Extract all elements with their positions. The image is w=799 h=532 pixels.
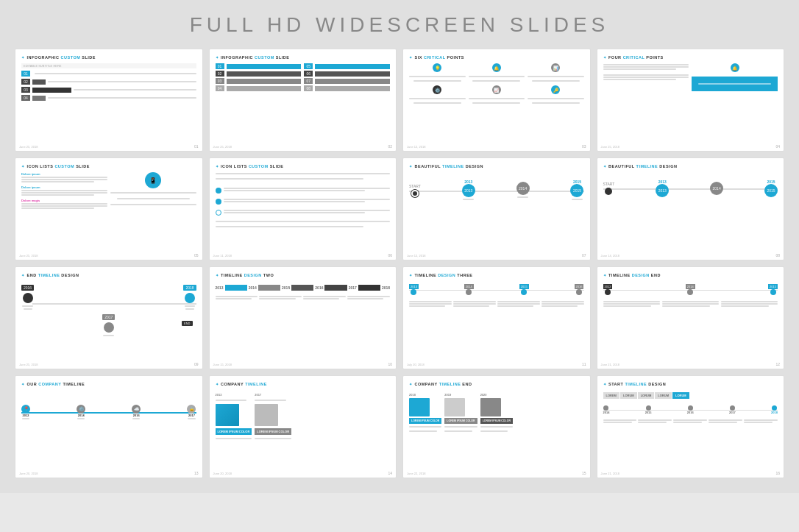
slide-card-2: INFOGRAPHIC CUSTOM SLIDE 01 02 03 — [209, 49, 397, 152]
slide-footer-7: June 12, 2018 — [407, 254, 425, 258]
slide-footer-5: June 25, 2018 — [19, 254, 38, 258]
slide-title-16: START TIMELINE DESIGN — [603, 382, 778, 386]
page-wrapper: FULL HD WIDESCREEN SLIDES INFOGRAPHIC CU… — [0, 0, 799, 493]
slide-title-9: END TIMELINE DESIGN — [21, 273, 196, 277]
slide-card-1: INFOGRAPHIC CUSTOM SLIDE EDITABLE SUBTIT… — [15, 49, 203, 152]
slide-title-8: BEAUTIFUL TIMELINE DESIGN — [603, 164, 778, 169]
slide-card-3: SIX CRITICAL POINTS 💡 🔔 📊 — [402, 49, 591, 152]
slide-title-3: SIX CRITICAL POINTS — [409, 55, 584, 60]
content-11: 2013 2014 2015 2016 — [409, 281, 584, 308]
slide-footer-11: July 20, 2018 — [407, 363, 425, 366]
slide-card-11: TIMELINE DESIGN THREE 2013 2014 — [402, 266, 591, 369]
slide-number-10: 10 — [388, 362, 392, 366]
content-16: LOREM LORUM LORUM LORUM LORUM 2014 — [603, 390, 778, 424]
slide-footer-15: June 22, 2018 — [407, 472, 425, 475]
slide-number-13: 13 — [194, 471, 199, 475]
slide-number-7: 07 — [582, 253, 586, 258]
slide-footer-9: June 25, 2018 — [19, 363, 38, 366]
slide-footer-4: June 25, 2018 — [601, 145, 619, 149]
slide-card-13: OUR COMPANY TIMELINE 📍 2012 ⚙️ 2014 — [15, 375, 203, 478]
slide-title-13: OUR COMPANY TIMELINE — [21, 382, 196, 386]
content-10: 2013 2014 2015 2016 2017 2018 — [216, 281, 391, 300]
slide-footer-3: June 12, 2018 — [407, 145, 425, 149]
slide-number-16: 16 — [775, 471, 780, 475]
slide-card-12: TIMELINE DESIGN END 2012 2014 — [597, 266, 785, 369]
slide-number-15: 15 — [582, 471, 586, 475]
content-4: 🔔 — [603, 63, 778, 91]
slide-footer-16: June 21, 2018 — [601, 472, 619, 475]
slide-number-2: 02 — [388, 144, 392, 149]
slide-footer-12: June 21, 2018 — [601, 363, 619, 366]
slide-number-12: 12 — [775, 362, 780, 366]
slide-title-12: TIMELINE DESIGN END — [603, 273, 778, 277]
slide-card-16: START TIMELINE DESIGN LOREM LORUM LORUM … — [597, 375, 785, 478]
slide-title-1: INFOGRAPHIC CUSTOM SLIDE — [21, 55, 196, 60]
slide-title-10: TIMELINE DESIGN TWO — [216, 273, 391, 277]
slide-footer-2: June 25, 2018 — [213, 145, 232, 149]
content-8: START 2013 2013 2014 2015 2015 — [603, 172, 778, 205]
slide-card-4: FOUR CRITICAL POINTS 🔔 — [597, 49, 785, 152]
content-7: START 2013 2013 2014 — [409, 172, 584, 208]
slide-card-14: COMPANY TIMELINE 2013 LOREM IPSUM COLOR … — [209, 375, 397, 478]
slide-title-6: ICON LISTS CUSTOM SLIDE — [216, 164, 391, 169]
slide-footer-13: June 20, 2018 — [19, 472, 38, 475]
slide-title-11: TIMELINE DESIGN THREE — [409, 273, 584, 277]
slide-card-7: BEAUTIFUL TIMELINE DESIGN START 2013 201… — [402, 157, 591, 260]
subtitle-1: EDITABLE SUBTITLE HERE — [21, 63, 196, 68]
slide-number-3: 03 — [582, 144, 586, 149]
content-6 — [216, 172, 391, 228]
slide-title-15: COMPANY TIMELINE END — [409, 382, 584, 386]
page-title: FULL HD WIDESCREEN SLIDES — [15, 13, 784, 37]
slide-number-8: 08 — [775, 253, 780, 258]
slide-number-1: 01 — [194, 144, 199, 149]
slide-card-9: END TIMELINE DESIGN 2016 2018 — [15, 266, 203, 369]
slide-title-14: COMPANY TIMELINE — [216, 382, 391, 386]
slide-title-5: ICON LISTS CUSTOM SLIDE — [21, 164, 196, 169]
slide-card-5: ICON LISTS CUSTOM SLIDE Dolore ipsum Dol… — [15, 157, 203, 260]
slide-number-9: 09 — [194, 362, 199, 366]
slide-card-6: ICON LISTS CUSTOM SLIDE — [209, 157, 397, 260]
content-3: 💡 🔔 📊 ⚙️ — [409, 63, 584, 104]
slide-footer-10: June 15, 2018 — [213, 363, 232, 366]
slide-number-5: 05 — [194, 253, 199, 258]
slide-card-15: COMPANY TIMELINE END 2018 LOREM IPSUM CO… — [402, 375, 591, 478]
slide-card-10: TIMELINE DESIGN TWO 2013 2014 2015 2016 … — [209, 266, 397, 369]
slide-number-4: 04 — [775, 144, 780, 149]
content-12: 2012 2014 2015 — [603, 281, 778, 308]
info-row: 01 — [21, 71, 196, 77]
slide-number-14: 14 — [388, 471, 392, 475]
slide-footer-8: June 14, 2018 — [601, 254, 619, 258]
content-14: 2013 LOREM IPSUM COLOR 2017 — [216, 390, 391, 440]
slide-footer-1: June 25, 2018 — [19, 145, 38, 149]
slides-grid: INFOGRAPHIC CUSTOM SLIDE EDITABLE SUBTIT… — [15, 49, 784, 478]
content-2: 01 02 03 04 — [216, 63, 391, 93]
slide-footer-14: June 20, 2018 — [213, 472, 232, 475]
content-15: 2018 LOREM IPSUM COLOR 2019 LOREM IPSUM … — [409, 390, 584, 433]
content-5: Dolore ipsum Dolore ipsum Dolore magis — [21, 172, 196, 210]
content-13: 📍 2012 ⚙️ 2014 ☁️ 2016 — [21, 390, 196, 434]
slide-card-8: BEAUTIFUL TIMELINE DESIGN START 2013 201… — [597, 157, 785, 260]
slide-title-4: FOUR CRITICAL POINTS — [603, 55, 778, 60]
slide-title-2: INFOGRAPHIC CUSTOM SLIDE — [216, 55, 391, 60]
slide-number-11: 11 — [582, 362, 586, 366]
content-9: 2016 2018 — [21, 281, 196, 341]
slide-footer-6: June 11, 2018 — [213, 254, 232, 258]
slide-title-7: BEAUTIFUL TIMELINE DESIGN — [409, 164, 584, 169]
slide-number-6: 06 — [388, 253, 392, 258]
content-1: 01 02 03 04 — [21, 71, 196, 101]
